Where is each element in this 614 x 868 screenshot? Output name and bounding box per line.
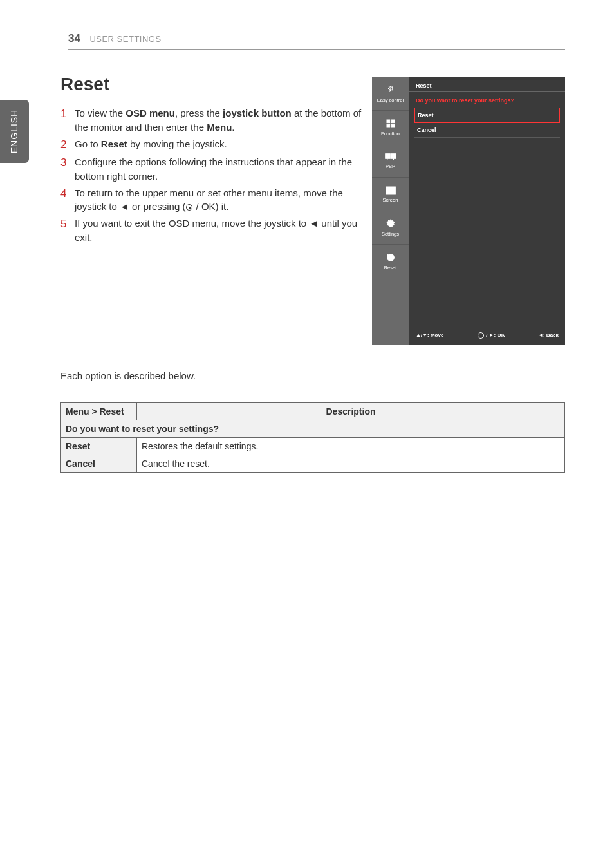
- table-cell-option: Reset: [61, 438, 137, 455]
- svg-rect-2: [387, 124, 390, 127]
- osd-title: Reset: [409, 77, 565, 92]
- joystick-press-icon: [478, 332, 484, 339]
- step-text: To view the OSD menu, press the joystick…: [75, 106, 363, 135]
- table-cell-desc: Restores the default settings.: [137, 438, 565, 455]
- table-header-menu: Menu > Reset: [61, 403, 137, 420]
- step-text: To return to the upper menu or set other…: [75, 186, 363, 214]
- table-row: Cancel Cancel the reset.: [61, 455, 565, 473]
- step-5: 5 If you want to exit the OSD menu, move…: [60, 216, 363, 245]
- osd-hint-back: ◄: Back: [538, 332, 559, 339]
- osd-tab-easycontrol[interactable]: Easy control: [372, 77, 409, 111]
- below-text: Each option is described below.: [60, 370, 196, 381]
- osd-tab-label: Reset: [384, 265, 397, 270]
- step-number: 3: [60, 155, 75, 184]
- svg-rect-5: [391, 153, 396, 158]
- osd-tab-settings[interactable]: Settings: [372, 211, 409, 245]
- osd-tab-label: Screen: [383, 197, 398, 203]
- sun-bolt-icon: [386, 85, 396, 95]
- osd-screenshot: Easy control Function PBP Screen Setting…: [372, 77, 565, 345]
- language-tab: ENGLISH: [0, 100, 29, 163]
- svg-rect-0: [387, 120, 390, 123]
- step-text: Go to Reset by moving the joystick.: [75, 137, 227, 153]
- svg-rect-1: [391, 120, 395, 123]
- osd-sidebar-filler: [372, 278, 409, 345]
- language-label: ENGLISH: [10, 109, 20, 153]
- page-header: 34 USER SETTINGS: [68, 32, 565, 50]
- step-2: 2 Go to Reset by moving the joystick.: [60, 137, 363, 153]
- table-row: Reset Restores the default settings.: [61, 438, 565, 455]
- osd-hint-ok: / ►: OK: [477, 332, 505, 339]
- reset-icon: [386, 252, 396, 263]
- step-4: 4 To return to the upper menu or set oth…: [60, 186, 363, 214]
- osd-tab-label: Settings: [382, 231, 399, 237]
- osd-tab-reset[interactable]: Reset: [372, 245, 409, 278]
- pbp-icon: [385, 153, 396, 162]
- table-cell-desc: Cancel the reset.: [137, 455, 565, 473]
- svg-rect-4: [385, 153, 390, 158]
- page-number: 34: [68, 32, 80, 44]
- osd-option-cancel[interactable]: Cancel: [414, 123, 560, 138]
- description-table: Menu > Reset Description Do you want to …: [60, 402, 565, 473]
- step-3: 3 Configure the options following the in…: [60, 155, 363, 184]
- step-text: If you want to exit the OSD menu, move t…: [75, 216, 363, 245]
- step-number: 5: [60, 216, 75, 245]
- step-number: 2: [60, 137, 75, 153]
- grid-icon: [386, 118, 396, 129]
- table-subheader: Do you want to reset your settings?: [61, 420, 565, 438]
- osd-main-panel: Reset Do you want to reset your settings…: [409, 77, 565, 345]
- osd-tab-label: Easy control: [377, 97, 404, 103]
- osd-hint-move: ▲/▼: Move: [416, 332, 443, 339]
- osd-tab-label: Function: [381, 131, 400, 137]
- step-number: 4: [60, 186, 75, 214]
- svg-point-9: [387, 188, 389, 190]
- osd-question: Do you want to reset your settings?: [409, 92, 565, 108]
- table-header-row: Menu > Reset Description: [61, 403, 565, 420]
- osd-option-reset[interactable]: Reset: [414, 108, 560, 123]
- table-cell-option: Cancel: [61, 455, 137, 473]
- osd-footer: ▲/▼: Move / ►: OK ◄: Back: [409, 326, 565, 345]
- section-title: USER SETTINGS: [89, 34, 161, 44]
- step-1: 1 To view the OSD menu, press the joysti…: [60, 106, 363, 135]
- osd-sidebar: Easy control Function PBP Screen Setting…: [372, 77, 409, 345]
- table-header-description: Description: [137, 403, 565, 420]
- table-row: Do you want to reset your settings?: [61, 420, 565, 438]
- gear-icon: [386, 219, 396, 229]
- image-icon: [386, 186, 396, 195]
- joystick-press-icon: [186, 204, 192, 211]
- svg-rect-3: [391, 124, 395, 127]
- osd-tab-screen[interactable]: Screen: [372, 178, 409, 211]
- step-number: 1: [60, 106, 75, 135]
- step-text: Configure the options following the inst…: [75, 155, 363, 184]
- osd-tab-function[interactable]: Function: [372, 111, 409, 144]
- osd-tab-label: PBP: [386, 164, 395, 169]
- instruction-steps: 1 To view the OSD menu, press the joysti…: [60, 106, 363, 245]
- osd-tab-pbp[interactable]: PBP: [372, 144, 409, 178]
